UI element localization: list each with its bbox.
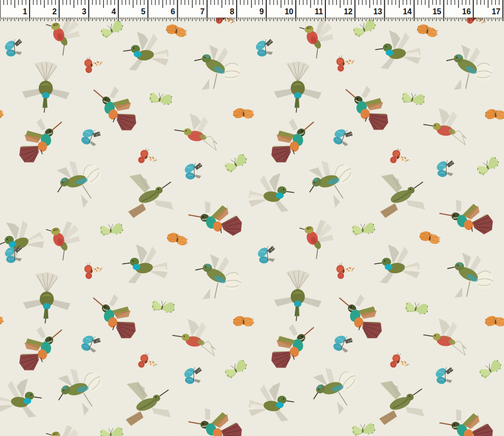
colorful-fan-tail-hummingbird-icon xyxy=(341,84,392,135)
colorful-fan-tail-hummingbird-icon xyxy=(89,84,140,135)
teal-throat-hummingbird-icon xyxy=(371,240,422,292)
teal-throat-hummingbird-icon xyxy=(0,374,45,426)
blue-butterfly-icon xyxy=(328,125,356,152)
teal-throat-hummingbird-icon xyxy=(119,240,170,292)
red-breasted-hummingbird-icon xyxy=(292,216,338,262)
diving-hummingbird-flowerfan-icon xyxy=(442,41,498,97)
colorful-fan-tail-hummingbird-icon xyxy=(335,292,386,343)
blue-butterfly-icon xyxy=(431,363,458,391)
teal-throat-hummingbird-icon xyxy=(247,378,298,430)
colorful-fan-tail-hummingbird-icon xyxy=(182,394,252,436)
red-breasted-hummingbird-icon xyxy=(39,422,84,436)
green-butterfly-icon xyxy=(471,350,504,388)
teal-throat-hummingbird-icon xyxy=(0,210,51,272)
ruler-number-10: 10 xyxy=(284,7,293,16)
ruler-number-17: 17 xyxy=(492,7,501,16)
colorful-fan-tail-hummingbird-icon xyxy=(89,292,140,343)
ruler-number-12: 12 xyxy=(344,7,352,16)
ruler-number-16: 16 xyxy=(462,7,471,16)
colorful-fan-tail-hummingbird-icon xyxy=(267,116,318,168)
orange-butterfly-icon xyxy=(482,102,504,130)
ruler-number-4: 4 xyxy=(111,7,116,16)
measuring-ruler: 1234567891011121314151617 xyxy=(0,0,504,23)
ruler-number-9: 9 xyxy=(259,7,264,16)
colorful-fan-tail-hummingbird-icon xyxy=(15,324,66,375)
orange-butterfly-icon xyxy=(0,101,7,129)
red-spotted-moth-icon xyxy=(132,143,163,174)
red-spotted-moth-icon xyxy=(384,348,415,378)
blue-butterfly-icon xyxy=(76,125,104,152)
blue-butterfly-icon xyxy=(251,35,280,64)
diving-hummingbird-flowerfan-icon xyxy=(42,350,120,428)
olive-soaring-hummingbird-icon xyxy=(122,379,174,431)
blue-butterfly-icon xyxy=(180,159,207,186)
green-butterfly-icon xyxy=(145,289,180,324)
colorful-fan-tail-hummingbird-icon xyxy=(433,185,503,255)
olive-soaring-hummingbird-icon xyxy=(376,171,428,223)
blue-butterfly-icon xyxy=(252,242,282,271)
orange-butterfly-icon xyxy=(230,101,257,129)
red-spotted-moth-icon xyxy=(80,52,107,79)
orange-butterfly-icon xyxy=(415,224,444,254)
green-butterfly-icon xyxy=(348,415,377,436)
green-butterfly-icon xyxy=(216,350,254,388)
red-flying-hummingbird-icon xyxy=(421,105,472,156)
green-butterfly-icon xyxy=(96,419,125,436)
blue-butterfly-icon xyxy=(432,156,459,184)
blue-butterfly-icon xyxy=(0,35,28,64)
green-butterfly-icon xyxy=(398,290,433,325)
blue-butterfly-icon xyxy=(0,241,28,270)
teal-throat-hummingbird-icon xyxy=(372,26,423,77)
red-flying-hummingbird-icon xyxy=(421,315,472,367)
orange-butterfly-icon xyxy=(162,226,192,255)
ruler-number-5: 5 xyxy=(141,7,146,16)
colorful-fan-tail-hummingbird-icon xyxy=(433,395,503,436)
teal-throat-hummingbird-icon xyxy=(120,28,171,79)
diving-hummingbird-flowerfan-icon xyxy=(191,251,247,306)
blue-butterfly-icon xyxy=(179,363,207,391)
fabric-swatch xyxy=(0,0,504,436)
colorful-fan-tail-hummingbird-icon xyxy=(182,187,252,257)
red-spotted-moth-icon xyxy=(132,348,163,378)
fantail-hummingbird-icon xyxy=(271,268,325,323)
red-flying-hummingbird-icon xyxy=(170,316,221,367)
fantail-hummingbird-icon xyxy=(271,60,325,114)
ruler-number-11: 11 xyxy=(315,7,323,16)
green-butterfly-icon xyxy=(348,215,377,243)
ruler-number-2: 2 xyxy=(52,7,57,16)
fantail-hummingbird-icon xyxy=(20,271,74,325)
red-spotted-moth-icon xyxy=(384,143,415,174)
ruler-number-8: 8 xyxy=(230,7,234,16)
red-spotted-moth-icon xyxy=(332,50,359,78)
colorful-fan-tail-hummingbird-icon xyxy=(267,322,318,373)
ruler-number-13: 13 xyxy=(374,7,382,16)
diving-hummingbird-flowerfan-icon xyxy=(443,249,499,304)
green-butterfly-icon xyxy=(468,147,504,185)
ruler-number-3: 3 xyxy=(82,7,86,16)
teal-throat-hummingbird-icon xyxy=(247,169,298,220)
diving-hummingbird-flowerfan-icon xyxy=(293,142,371,220)
green-butterfly-icon xyxy=(216,144,254,182)
diving-hummingbird-flowerfan-icon xyxy=(190,41,246,97)
blue-butterfly-icon xyxy=(328,331,356,359)
green-butterfly-icon xyxy=(142,81,177,116)
fabric-product-photo: 1234567891011121314151617 xyxy=(0,0,504,436)
orange-butterfly-icon xyxy=(230,309,257,336)
red-spotted-moth-icon xyxy=(332,258,359,285)
ruler-number-1: 1 xyxy=(23,7,27,16)
blue-butterfly-icon xyxy=(76,331,104,359)
ruler-number-15: 15 xyxy=(433,7,441,16)
green-butterfly-icon xyxy=(395,81,430,116)
ruler-number-7: 7 xyxy=(200,7,205,16)
olive-soaring-hummingbird-icon xyxy=(124,171,176,223)
olive-soaring-hummingbird-icon xyxy=(375,378,427,430)
colorful-fan-tail-hummingbird-icon xyxy=(15,116,66,168)
red-breasted-hummingbird-icon xyxy=(39,218,84,263)
fantail-hummingbird-icon xyxy=(19,60,73,114)
red-spotted-moth-icon xyxy=(80,258,107,285)
diving-hummingbird-flowerfan-icon xyxy=(41,142,119,220)
green-butterfly-icon xyxy=(96,215,125,244)
ruler-number-14: 14 xyxy=(403,7,412,16)
orange-butterfly-icon xyxy=(0,307,7,335)
diving-hummingbird-flowerfan-icon xyxy=(297,349,375,427)
